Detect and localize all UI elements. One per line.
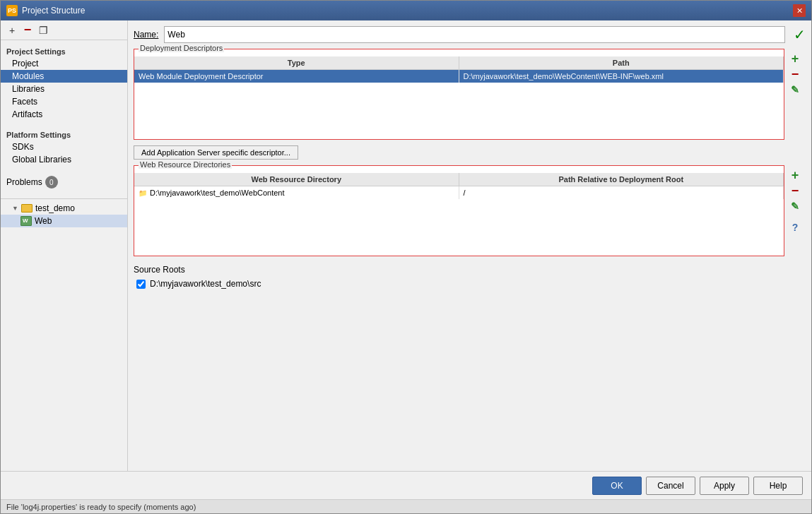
name-input[interactable] — [164, 26, 785, 43]
sidebar-item-facets[interactable]: Facets — [1, 95, 127, 108]
dd-col-type: Type — [134, 56, 459, 69]
dd-cell-path-0: D:\myjavawork\test_demo\WebContent\WEB-I… — [459, 70, 784, 83]
sidebar-item-sdks[interactable]: SDKs — [1, 141, 127, 153]
deployment-descriptors-wrapper: Deployment Descriptors Type Path Web Mod… — [134, 49, 806, 140]
dd-cell-type-0: Web Module Deployment Descriptor — [134, 70, 459, 83]
name-row: Name: ✓ — [134, 26, 806, 43]
cancel-button[interactable]: Cancel — [646, 477, 695, 495]
wr-edit-button[interactable]: ✎ — [788, 199, 802, 213]
chevron-down-icon: ▼ — [12, 205, 18, 212]
title-bar: PS Project Structure ✕ — [1, 1, 811, 20]
dd-side-buttons: + − ✎ ➡ — [784, 49, 806, 97]
copy-module-button[interactable]: ❐ — [36, 23, 50, 37]
add-module-button[interactable]: + — [5, 23, 19, 37]
folder-icon — [21, 204, 33, 213]
source-roots-section: Source Roots D:\myjavawork\test_demo\src — [134, 265, 806, 290]
dd-col-path: Path — [459, 56, 784, 69]
sidebar-item-libraries[interactable]: Libraries — [1, 83, 127, 95]
dd-table-header: Type Path — [134, 56, 784, 70]
title-bar-left: PS Project Structure — [6, 5, 85, 16]
dd-remove-button[interactable]: − — [788, 67, 802, 81]
problems-row[interactable]: Problems 0 — [1, 172, 127, 193]
source-roots-title: Source Roots — [134, 265, 806, 275]
sidebar-item-artifacts[interactable]: Artifacts — [1, 108, 127, 121]
dd-row-0[interactable]: Web Module Deployment Descriptor D:\myja… — [134, 70, 784, 83]
deployment-descriptors-title: Deployment Descriptors — [139, 44, 224, 52]
project-settings-label: Project Settings — [1, 43, 127, 57]
dd-edit-button[interactable]: ✎ — [788, 83, 802, 97]
wr-row-0[interactable]: 📁 D:\myjavawork\test_demo\WebContent / — [134, 186, 784, 199]
status-bar: File 'log4j.properties' is ready to spec… — [1, 499, 811, 513]
name-label: Name: — [134, 30, 158, 40]
main-content: + − ❐ Project Settings Project Modules L… — [1, 20, 811, 471]
sidebar-toolbar: + − ❐ — [1, 20, 127, 40]
folder-blue-icon: 📁 — [139, 189, 147, 197]
dd-add-button[interactable]: + — [788, 52, 802, 66]
add-server-button[interactable]: Add Application Server specific descript… — [134, 145, 298, 160]
bottom-bar: OK Cancel Apply Help — [1, 471, 811, 499]
tree-node-web[interactable]: W Web — [1, 215, 127, 227]
wr-side-buttons: + − ✎ ? ➡ — [784, 165, 806, 234]
help-button[interactable]: Help — [753, 477, 803, 495]
tree-area: Project Settings Project Modules Librari… — [1, 40, 127, 471]
project-structure-dialog: PS Project Structure ✕ + − ❐ Project Set… — [0, 0, 812, 514]
wr-empty-area — [134, 199, 784, 256]
web-module-icon: W — [20, 216, 32, 226]
tree-node-test-demo[interactable]: ▼ test_demo — [1, 202, 127, 215]
status-text: File 'log4j.properties' is ready to spec… — [6, 503, 196, 511]
web-resource-section: Web Resource Directories Web Resource Di… — [134, 165, 784, 256]
wr-remove-button[interactable]: − — [788, 184, 802, 198]
web-resource-title: Web Resource Directories — [139, 160, 232, 169]
sidebar-item-global-libraries[interactable]: Global Libraries — [1, 153, 127, 166]
wr-cell-path-0: / — [459, 186, 784, 199]
source-root-checkbox[interactable] — [136, 280, 146, 289]
dialog-title: Project Structure — [22, 6, 85, 16]
module-tree: ▼ test_demo W Web — [1, 198, 127, 227]
apply-button[interactable]: Apply — [700, 477, 749, 495]
right-panel: Name: ✓ Deployment Descriptors Type Path… — [128, 20, 811, 471]
close-button[interactable]: ✕ — [793, 4, 806, 17]
wr-help-button[interactable]: ? — [788, 220, 802, 234]
problems-label: Problems — [6, 177, 42, 187]
source-root-row[interactable]: D:\myjavawork\test_demo\src — [134, 277, 806, 290]
wr-col-path: Path Relative to Deployment Root — [459, 173, 784, 186]
app-icon: PS — [6, 5, 18, 16]
sidebar-item-project[interactable]: Project — [1, 57, 127, 70]
wr-col-dir: Web Resource Directory — [134, 173, 459, 186]
remove-module-button[interactable]: − — [20, 23, 35, 37]
deployment-descriptors-section: Deployment Descriptors Type Path Web Mod… — [134, 49, 784, 140]
platform-settings-label: Platform Settings — [1, 126, 127, 141]
wr-table-header: Web Resource Directory Path Relative to … — [134, 173, 784, 186]
ok-button[interactable]: OK — [592, 477, 642, 495]
name-confirm-icon: ✓ — [794, 26, 806, 43]
add-server-row: Add Application Server specific descript… — [134, 145, 806, 160]
wr-cell-dir-0: 📁 D:\myjavawork\test_demo\WebContent — [134, 186, 459, 199]
source-root-path: D:\myjavawork\test_demo\src — [150, 279, 261, 289]
web-resource-wrapper: Web Resource Directories Web Resource Di… — [134, 165, 806, 256]
sidebar-item-modules[interactable]: Modules — [1, 70, 127, 83]
wr-add-button[interactable]: + — [788, 168, 802, 182]
sidebar: + − ❐ Project Settings Project Modules L… — [1, 20, 128, 471]
problems-badge: 0 — [45, 176, 58, 189]
dd-empty-area — [134, 83, 784, 139]
